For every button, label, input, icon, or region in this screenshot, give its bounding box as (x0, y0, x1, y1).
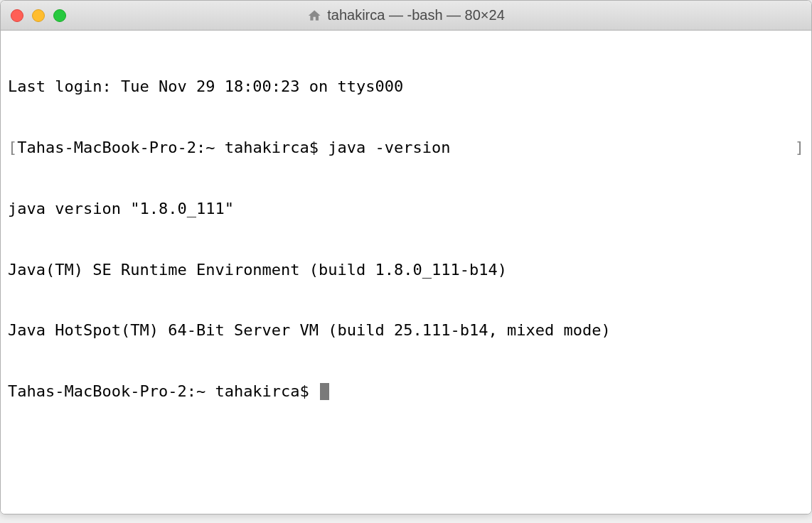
terminal-window: tahakirca — -bash — 80×24 Last login: Tu… (0, 0, 812, 514)
prompt: Tahas-MacBook-Pro-2:~ tahakirca$ (17, 139, 328, 156)
title-area: tahakirca — -bash — 80×24 (307, 7, 505, 23)
titlebar[interactable]: tahakirca — -bash — 80×24 (1, 1, 811, 31)
bracket-close: ] (795, 138, 804, 158)
prompt: Tahas-MacBook-Pro-2:~ tahakirca$ (8, 382, 319, 400)
traffic-lights (1, 9, 66, 22)
terminal-line: [Tahas-MacBook-Pro-2:~ tahakirca$ java -… (8, 138, 804, 158)
minimize-button[interactable] (32, 9, 45, 22)
cursor (320, 383, 329, 400)
terminal-line: Tahas-MacBook-Pro-2:~ tahakirca$ (8, 382, 804, 402)
home-icon (307, 9, 321, 23)
terminal-line: Last login: Tue Nov 29 18:00:23 on ttys0… (8, 77, 804, 97)
terminal-line: Java HotSpot(TM) 64-Bit Server VM (build… (8, 320, 804, 341)
terminal-line: java version "1.8.0_111" (8, 199, 804, 220)
maximize-button[interactable] (53, 9, 66, 22)
terminal-body[interactable]: Last login: Tue Nov 29 18:00:23 on ttys0… (1, 31, 811, 514)
command-text: java -version (328, 139, 450, 156)
window-title: tahakirca — -bash — 80×24 (327, 7, 505, 23)
close-button[interactable] (11, 9, 23, 22)
terminal-line: Java(TM) SE Runtime Environment (build 1… (8, 260, 804, 281)
bracket-open: [ (8, 139, 17, 156)
